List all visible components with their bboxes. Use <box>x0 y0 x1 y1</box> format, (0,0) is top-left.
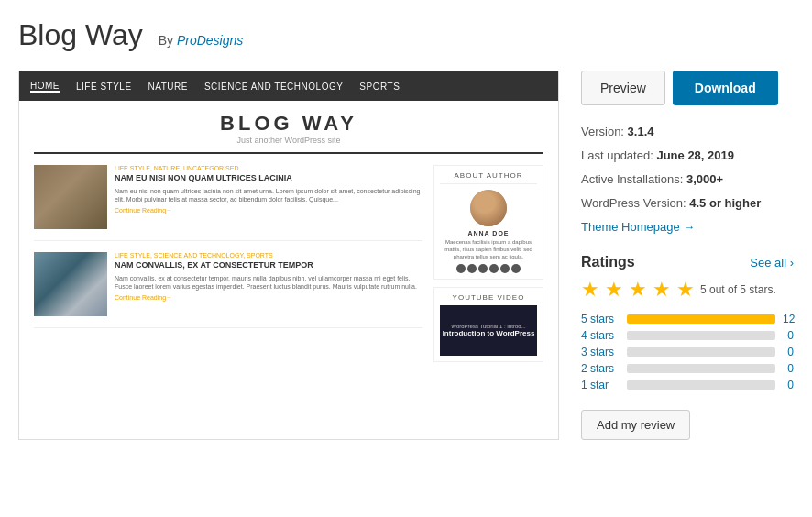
post-2-category: LIFE STYLE, SCIENCE AND TECHNOLOGY, SPOR… <box>115 252 422 258</box>
social-icon-5 <box>500 264 510 273</box>
rating-count-1: 0 <box>783 329 794 342</box>
star-3: ★ <box>629 278 647 302</box>
avatar-image <box>470 190 507 226</box>
ratings-header: Ratings See all › <box>581 254 794 270</box>
rating-bar-bg-1 <box>627 331 775 340</box>
installs-row: Active Installations: 3,000+ <box>581 168 794 192</box>
video-title: Introduction to WordPress <box>443 329 535 337</box>
download-button[interactable]: Download <box>673 71 778 105</box>
author-avatar <box>470 190 507 226</box>
social-icon-2 <box>467 264 477 273</box>
about-author-widget: ABOUT AUTHOR ANNA DOE Maecenas facilisis… <box>433 165 543 280</box>
theme-posts: LIFE STYLE, NATURE, UNCATEGORISED NAM EU… <box>34 165 422 362</box>
version-row: Version: 3.1.4 <box>581 120 794 144</box>
theme-post-2: LIFE STYLE, SCIENCE AND TECHNOLOGY, SPOR… <box>34 252 422 328</box>
by-text: By ProDesigns <box>159 33 244 48</box>
star-1: ★ <box>581 278 599 302</box>
preview-button[interactable]: Preview <box>581 71 665 105</box>
see-all-link[interactable]: See all › <box>750 256 794 270</box>
nav-lifestyle: LIFE STYLE <box>76 82 132 92</box>
version-label: Version: <box>581 125 624 138</box>
see-all-text: See all <box>750 256 786 270</box>
social-icon-3 <box>478 264 488 273</box>
post-1-more: Continue Reading→ <box>115 207 422 214</box>
post-2-image <box>34 252 107 316</box>
post-1-content: LIFE STYLE, NATURE, UNCATEGORISED NAM EU… <box>115 165 422 229</box>
add-review-container: Add my review <box>581 395 794 440</box>
rating-bars: 5 stars 12 4 stars 0 3 stars 0 2 stars 0 <box>581 313 794 391</box>
version-value: 3.1.4 <box>628 125 654 138</box>
wp-version-row: WordPress Version: 4.5 or higher <box>581 192 794 215</box>
rating-label-3[interactable]: 2 stars <box>581 362 620 375</box>
social-icons <box>440 264 537 273</box>
post-2-more: Continue Reading→ <box>115 294 422 301</box>
action-buttons: Preview Download <box>581 71 794 105</box>
rating-row-0: 5 stars 12 <box>581 313 794 325</box>
post-1-image <box>34 165 107 229</box>
updated-value: June 28, 2019 <box>656 148 734 162</box>
star-4: ★ <box>653 278 671 302</box>
youtube-title: YOUTUBE VIDEO <box>440 293 537 302</box>
ratings-section: Ratings See all › ★ ★ ★ ★ ★ 5 out of 5 s… <box>581 254 794 440</box>
theme-preview-area: HOME LIFE STYLE NATURE SCIENCE AND TECHN… <box>18 71 559 440</box>
star-2: ★ <box>605 278 623 302</box>
theme-content: LIFE STYLE, NATURE, UNCATEGORISED NAM EU… <box>34 165 543 362</box>
see-all-chevron: › <box>790 256 794 270</box>
main-layout: HOME LIFE STYLE NATURE SCIENCE AND TECHN… <box>18 71 794 440</box>
rating-label-1[interactable]: 4 stars <box>581 329 620 342</box>
stars-text: 5 out of 5 stars. <box>700 283 776 296</box>
theme-post-1: LIFE STYLE, NATURE, UNCATEGORISED NAM EU… <box>34 165 422 241</box>
nav-nature: NATURE <box>148 82 188 92</box>
stars-display: ★ ★ ★ ★ ★ 5 out of 5 stars. <box>581 278 794 302</box>
rating-bar-bg-2 <box>627 347 775 357</box>
theme-name: Blog Way <box>18 18 143 51</box>
rating-row-1: 4 stars 0 <box>581 329 794 342</box>
rating-bar-fill-0 <box>627 314 775 324</box>
wp-version-label: WordPress Version: <box>581 196 686 210</box>
ratings-title: Ratings <box>581 254 635 270</box>
author-link[interactable]: ProDesigns <box>177 33 243 48</box>
theme-nav: HOME LIFE STYLE NATURE SCIENCE AND TECHN… <box>19 72 558 101</box>
about-title: ABOUT AUTHOR <box>440 171 537 184</box>
theme-homepage-link[interactable]: Theme Homepage → <box>581 220 695 234</box>
theme-body: BLOG WAY Just another WordPress site LIF… <box>19 101 558 373</box>
rating-count-2: 0 <box>783 346 794 358</box>
post-2-title: NAM CONVALLIS, EX AT CONSECTETUR TEMPOR <box>115 260 422 271</box>
rating-bar-bg-3 <box>627 364 775 373</box>
author-name: ANNA DOE <box>440 230 537 236</box>
rating-bar-bg-0 <box>627 314 775 324</box>
rating-row-2: 3 stars 0 <box>581 346 794 358</box>
installs-value: 3,000+ <box>686 172 723 186</box>
post-1-title: NAM EU NISI NON QUAM ULTRICES LACINIA <box>115 173 422 184</box>
theme-frame: HOME LIFE STYLE NATURE SCIENCE AND TECHN… <box>19 72 558 373</box>
post-1-text: Nam eu nisi non quam ultrices lacinia no… <box>115 187 422 205</box>
post-2-text: Nam convallis, ex at consectetur tempor,… <box>115 274 422 292</box>
rating-label-0[interactable]: 5 stars <box>581 313 620 325</box>
theme-sidebar: ABOUT AUTHOR ANNA DOE Maecenas facilisis… <box>433 165 543 362</box>
rating-label-2[interactable]: 3 stars <box>581 346 620 358</box>
social-icon-4 <box>489 264 499 273</box>
star-5: ★ <box>676 278 695 302</box>
rating-row-3: 2 stars 0 <box>581 362 794 375</box>
social-icon-1 <box>456 264 466 273</box>
updated-row: Last updated: June 28, 2019 <box>581 144 794 168</box>
right-panel: Preview Download Version: 3.1.4 Last upd… <box>581 71 794 440</box>
video-thumbnail: WordPress Tutorial 1 : Introd... Introdu… <box>440 305 537 356</box>
nav-home: HOME <box>30 81 60 93</box>
nav-science: SCIENCE AND TECHNOLOGY <box>204 82 343 92</box>
meta-info: Version: 3.1.4 Last updated: June 28, 20… <box>581 120 794 239</box>
social-icon-6 <box>511 264 521 273</box>
rating-count-0: 12 <box>783 313 794 325</box>
rating-bar-bg-4 <box>627 380 775 390</box>
installs-label: Active Installations: <box>581 172 683 186</box>
rating-count-4: 0 <box>783 379 794 391</box>
add-review-button[interactable]: Add my review <box>581 410 690 440</box>
rating-label-4[interactable]: 1 star <box>581 379 620 391</box>
nav-sports: SPORTS <box>359 82 400 92</box>
post-1-category: LIFE STYLE, NATURE, UNCATEGORISED <box>115 165 422 171</box>
theme-site-title: BLOG WAY Just another WordPress site <box>34 112 543 154</box>
post-2-content: LIFE STYLE, SCIENCE AND TECHNOLOGY, SPOR… <box>115 252 422 316</box>
homepage-row: Theme Homepage → <box>581 215 794 239</box>
rating-count-3: 0 <box>783 362 794 375</box>
updated-label: Last updated: <box>581 148 653 162</box>
